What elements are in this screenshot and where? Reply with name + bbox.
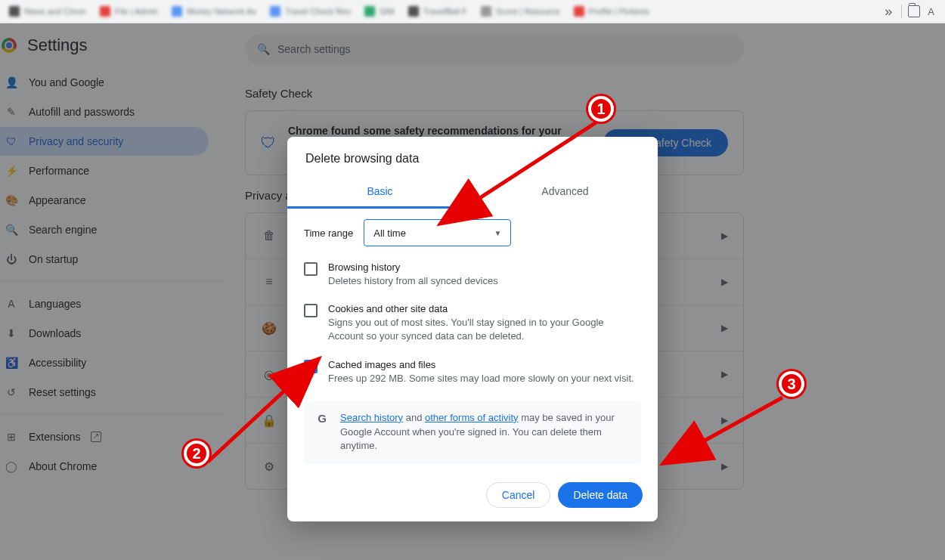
search-history-link[interactable]: Search history	[340, 412, 403, 423]
favicon-icon	[172, 6, 182, 17]
clear-data-option: Browsing history Deletes history from al…	[304, 254, 641, 295]
toolbar-label[interactable]: A	[928, 6, 934, 17]
browser-tab[interactable]: TravelBell F	[402, 3, 473, 20]
checkbox-cookies-and-other-site-data[interactable]	[304, 304, 318, 317]
favicon-icon	[481, 6, 491, 17]
tab-overflow-button[interactable]: »	[885, 4, 892, 20]
browser-tab[interactable]: News and Chron	[3, 3, 92, 20]
clear-data-option: Cookies and other site data Signs you ou…	[304, 295, 641, 351]
time-range-select[interactable]: All time ▼	[364, 219, 511, 246]
settings-page: Settings 👤You and Google✎Autofill and pa…	[0, 23, 945, 560]
other-activity-link[interactable]: other forms of activity	[425, 412, 519, 423]
divider	[901, 5, 902, 18]
browser-tab[interactable]: Money Network As	[166, 3, 262, 20]
checkbox-cached-images-and-files[interactable]	[304, 360, 318, 373]
check-title: Cookies and other site data	[328, 303, 641, 314]
browser-tabstrip: News and Chron File | Admin Money Networ…	[0, 0, 945, 23]
google-g-icon: G	[314, 411, 330, 426]
tab-advanced[interactable]: Advanced	[472, 176, 658, 209]
browser-tab[interactable]: Score | Resource	[475, 3, 566, 20]
tab-basic[interactable]: Basic	[287, 176, 472, 209]
time-range-value: All time	[373, 227, 406, 239]
favicon-icon	[9, 6, 20, 17]
browser-tab[interactable]: SIM	[358, 3, 401, 20]
check-title: Browsing history	[328, 261, 641, 273]
check-description: Frees up 292 MB. Some sites may load mor…	[328, 372, 641, 385]
browser-tab[interactable]: Travel Check Rev	[264, 3, 357, 20]
favicon-icon	[408, 6, 419, 17]
dialog-title: Delete browsing data	[287, 137, 658, 176]
check-title: Cached images and files	[328, 359, 641, 370]
delete-browsing-data-dialog: Delete browsing data Basic Advanced Time…	[287, 137, 658, 521]
google-account-info: G Search history and other forms of acti…	[304, 401, 641, 465]
checkbox-browsing-history[interactable]	[304, 262, 318, 276]
check-description: Deletes history from all synced devices	[328, 274, 641, 288]
clear-data-option: Cached images and files Frees up 292 MB.…	[304, 351, 641, 393]
check-description: Signs you out of most sites. You'll stay…	[328, 316, 641, 343]
bookmarks-folder-icon[interactable]	[908, 5, 920, 17]
browser-tab[interactable]: File | Admin	[94, 3, 164, 20]
favicon-icon	[574, 6, 584, 17]
browser-tab[interactable]: Profile | Pinteres	[568, 3, 656, 20]
favicon-icon	[100, 6, 110, 17]
time-range-label: Time range	[304, 227, 353, 239]
chevron-down-icon: ▼	[494, 229, 501, 237]
favicon-icon	[270, 6, 280, 17]
cancel-button[interactable]: Cancel	[486, 482, 551, 508]
delete-data-button[interactable]: Delete data	[558, 482, 643, 508]
modal-scrim[interactable]: Delete browsing data Basic Advanced Time…	[0, 23, 945, 560]
favicon-icon	[364, 6, 375, 17]
